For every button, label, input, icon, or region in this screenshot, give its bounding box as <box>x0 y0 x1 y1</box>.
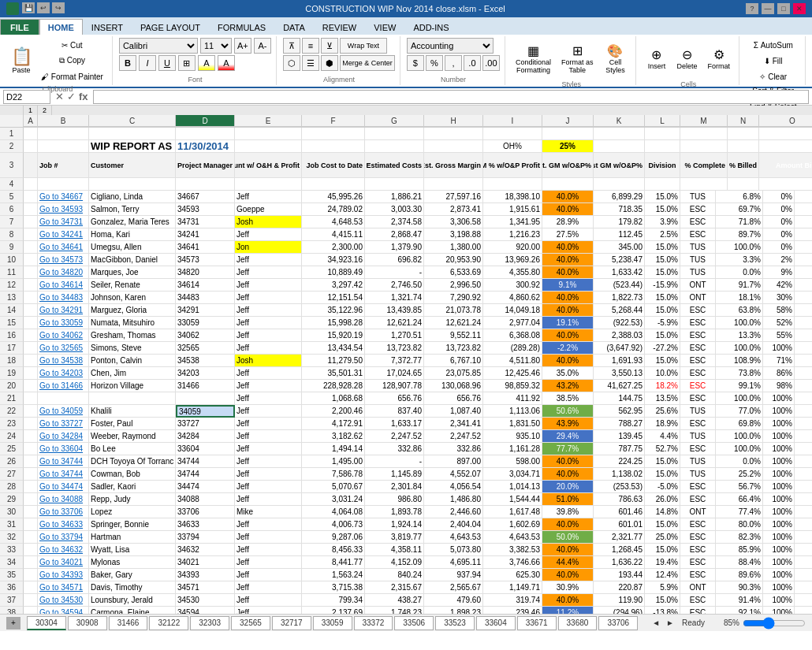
confirm-formula-icon[interactable]: ✓ <box>67 91 76 102</box>
cell-N15[interactable]: 52% <box>763 317 795 329</box>
cell-F33[interactable]: 8,456.33 <box>302 544 365 556</box>
cell-I3[interactable]: Est GM % w/O&P Profit <box>483 153 542 178</box>
cell-G12[interactable]: 2,746.50 <box>365 279 424 292</box>
cell-G23[interactable]: 1,633.17 <box>365 418 424 430</box>
cell-M4[interactable] <box>680 178 728 191</box>
row-num-17[interactable]: 17 <box>0 342 24 355</box>
row-num-34[interactable]: 34 <box>0 556 24 569</box>
cell-C1[interactable] <box>89 128 176 140</box>
cell-I35[interactable]: 625.30 <box>483 569 542 581</box>
cell-C8[interactable]: Homa, Kari <box>89 228 176 241</box>
cell-Ipct24[interactable]: 29.4% <box>542 430 594 443</box>
cell-O28[interactable]: 5,070.67 <box>795 481 812 493</box>
cell-Ipct8[interactable]: 27.5% <box>542 228 594 241</box>
cell-A12[interactable] <box>24 279 38 292</box>
cell-M18[interactable]: 108.9% <box>716 355 763 367</box>
cell-G29[interactable]: 986.80 <box>365 493 424 506</box>
row-num-3[interactable]: 3 <box>0 153 24 178</box>
cell-N30[interactable]: 100% <box>763 506 795 518</box>
cell-C24[interactable]: Weeber, Raymond <box>89 430 176 443</box>
row-num-14[interactable]: 14 <box>0 304 24 317</box>
cell-J19[interactable]: 3,550.13 <box>594 367 645 380</box>
cell-F23[interactable]: 4,172.91 <box>302 418 365 430</box>
cell-K22[interactable]: 25.6% <box>645 405 680 418</box>
cell-O22[interactable]: 2,200.23 <box>795 405 812 418</box>
cell-Ipct29[interactable]: 51.0% <box>542 493 594 506</box>
cell-F37[interactable]: 799.34 <box>302 594 365 607</box>
cell-L9[interactable]: TUS <box>680 241 716 254</box>
cell-O31[interactable]: 4,006.73 <box>795 518 812 531</box>
fill-color-btn[interactable]: A <box>198 55 215 71</box>
cell-G25[interactable]: 332.86 <box>365 443 424 455</box>
cell-E21[interactable]: Jeff <box>235 392 302 405</box>
cell-B20[interactable]: Go to 31466 <box>38 380 89 392</box>
cell-E28[interactable]: Jeff <box>235 481 302 493</box>
col-header-K[interactable]: K <box>594 115 645 127</box>
cell-G30[interactable]: 1,893.78 <box>365 506 424 518</box>
cell-D16[interactable]: 34062 <box>176 329 235 342</box>
cell-A19[interactable] <box>24 367 38 380</box>
cell-L7[interactable]: ESC <box>680 216 716 228</box>
cell-L19[interactable]: ESC <box>680 367 716 380</box>
cell-G22[interactable]: 837.40 <box>365 405 424 418</box>
cell-A36[interactable] <box>24 581 38 594</box>
cell-D25[interactable]: 33604 <box>176 443 235 455</box>
cell-A28[interactable] <box>24 481 38 493</box>
cell-I2-ohlabel[interactable]: OH% <box>483 140 542 153</box>
tab-review[interactable]: REVIEW <box>314 19 365 35</box>
cell-M31[interactable]: 80.0% <box>716 518 763 531</box>
cell-C23[interactable]: Foster, Paul <box>89 418 176 430</box>
row-num-33[interactable]: 33 <box>0 544 24 556</box>
format-as-table-btn[interactable]: ⊞ Format asTable <box>557 38 598 79</box>
cell-I8[interactable]: 1,216.23 <box>483 228 542 241</box>
cell-H27[interactable]: 4,552.07 <box>424 468 483 481</box>
cell-A29[interactable] <box>24 493 38 506</box>
cell-D22[interactable]: 34059 <box>176 405 235 418</box>
row-num-13[interactable]: 13 <box>0 292 24 304</box>
cell-B26[interactable]: Go to 34744 <box>38 455 89 468</box>
cell-B24[interactable]: Go to 34284 <box>38 430 89 443</box>
cell-M29[interactable]: 66.4% <box>716 493 763 506</box>
cell-A8[interactable] <box>24 228 38 241</box>
conditional-formatting-btn[interactable]: ▦ ConditionalFormatting <box>512 38 555 79</box>
cell-F29[interactable]: 3,031.24 <box>302 493 365 506</box>
cell-N14[interactable]: 58% <box>763 304 795 317</box>
cell-Ipct9[interactable]: 40.0% <box>542 241 594 254</box>
row-num-32[interactable]: 32 <box>0 531 24 544</box>
cell-G4[interactable] <box>365 178 424 191</box>
cell-N22[interactable]: 100% <box>763 405 795 418</box>
cell-H17[interactable]: 13,723.82 <box>424 342 483 355</box>
cell-L26[interactable]: TUS <box>680 455 716 468</box>
cell-J31[interactable]: 601.01 <box>594 518 645 531</box>
cell-M20[interactable]: 99.1% <box>716 380 763 392</box>
cell-E30[interactable]: Mike <box>235 506 302 518</box>
cell-N18[interactable]: 71% <box>763 355 795 367</box>
cell-Ipct10[interactable]: 40.0% <box>542 254 594 266</box>
cell-F35[interactable]: 1,563.24 <box>302 569 365 581</box>
col-header-N[interactable]: N <box>728 115 759 127</box>
cell-H20[interactable]: 130,068.96 <box>424 380 483 392</box>
cell-C28[interactable]: Sadler, Kaori <box>89 481 176 493</box>
cell-A15[interactable] <box>24 317 38 329</box>
sheet-tab-32565[interactable]: 32565 <box>231 616 270 630</box>
cell-F12[interactable]: 3,297.42 <box>302 279 365 292</box>
cell-B2[interactable] <box>38 140 89 153</box>
align-right-btn[interactable]: ⬢ <box>321 55 338 71</box>
cell-O32[interactable]: 9,287.06 <box>795 531 812 544</box>
cell-N8[interactable]: 0% <box>763 228 795 241</box>
sheet-tab-33706[interactable]: 33706 <box>598 616 638 630</box>
row-num-21[interactable]: 21 <box>0 392 24 405</box>
cell-L27[interactable]: TUS <box>680 468 716 481</box>
cell-J26[interactable]: 224.25 <box>594 455 645 468</box>
cell-B30[interactable]: Go to 33706 <box>38 506 89 518</box>
cell-K20[interactable]: 18.2% <box>645 380 680 392</box>
cell-A27[interactable] <box>24 468 38 481</box>
cell-styles-btn[interactable]: 🎨 CellStyles <box>599 38 631 79</box>
cell-O36[interactable]: 3,715.38 <box>795 581 812 594</box>
cell-B3[interactable]: Job # <box>38 153 89 178</box>
number-format-select[interactable]: Accounting <box>407 38 494 54</box>
cell-K31[interactable]: 15.0% <box>645 518 680 531</box>
cell-B12[interactable]: Go to 34614 <box>38 279 89 292</box>
cell-C3[interactable]: Customer <box>89 153 176 178</box>
cell-N23[interactable]: 100% <box>763 418 795 430</box>
